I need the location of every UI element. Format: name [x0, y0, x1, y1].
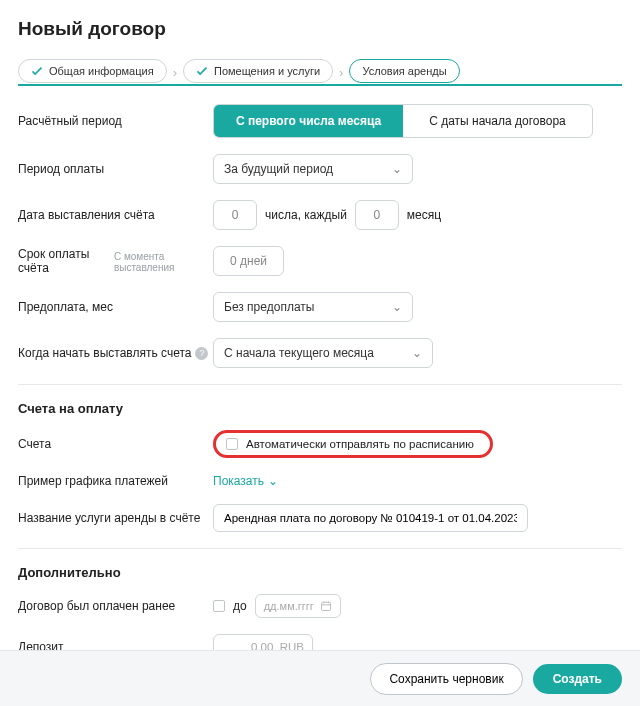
calc-period-segment: С первого числа месяца С даты начала дог… [213, 104, 593, 138]
chevron-down-icon: ⌄ [268, 474, 278, 488]
invoice-month-input[interactable] [355, 200, 399, 230]
chevron-down-icon: ⌄ [392, 300, 402, 314]
tab-label: Помещения и услуги [214, 65, 320, 77]
tab-label: Условия аренды [362, 65, 446, 77]
label-invoices: Счета [18, 437, 213, 451]
auto-send-checkbox[interactable] [226, 438, 238, 450]
save-draft-button[interactable]: Сохранить черновик [370, 663, 522, 695]
label-deposit: Депозит [18, 634, 213, 650]
divider [18, 548, 622, 549]
page-title: Новый договор [18, 18, 622, 40]
due-days-button[interactable]: 0 дней [213, 246, 284, 276]
footer-bar: Сохранить черновик Создать [0, 650, 640, 706]
tab-rooms[interactable]: Помещения и услуги [183, 59, 333, 83]
paid-before-checkbox[interactable] [213, 600, 225, 612]
check-icon [31, 65, 43, 77]
chevron-right-icon: › [173, 65, 177, 80]
label-due: Срок оплаты счёта С момента выставления [18, 247, 213, 275]
section-invoices: Счета на оплату [18, 401, 622, 416]
auto-send-highlight: Автоматически отправлять по расписанию [213, 430, 493, 458]
show-schedule-link[interactable]: Показать ⌄ [213, 474, 278, 488]
svg-rect-0 [321, 602, 330, 610]
divider [18, 384, 622, 385]
check-icon [196, 65, 208, 77]
label-service-name: Название услуги аренды в счёте [18, 511, 213, 525]
calendar-icon [320, 600, 332, 612]
tab-general[interactable]: Общая информация [18, 59, 167, 83]
create-button[interactable]: Создать [533, 664, 622, 694]
paid-before-date-input[interactable]: дд.мм.гггг [255, 594, 341, 618]
service-name-input[interactable] [213, 504, 528, 532]
step-tabs: Общая информация › Помещения и услуги › … [18, 60, 622, 86]
chevron-right-icon: › [339, 65, 343, 80]
auto-send-label: Автоматически отправлять по расписанию [246, 438, 474, 450]
chevron-down-icon: ⌄ [412, 346, 422, 360]
chevron-down-icon: ⌄ [392, 162, 402, 176]
section-extra: Дополнительно [18, 565, 622, 580]
segment-first-of-month[interactable]: С первого числа месяца [214, 105, 403, 137]
tab-terms[interactable]: Условия аренды [349, 59, 459, 83]
label-paid-before: Договор был оплачен ранее [18, 599, 213, 613]
help-icon[interactable]: ? [195, 347, 208, 360]
deposit-input[interactable] [213, 634, 313, 650]
prepay-select[interactable]: Без предоплаты ⌄ [213, 292, 413, 322]
label-prepay: Предоплата, мес [18, 300, 213, 314]
pay-period-select[interactable]: За будущий период ⌄ [213, 154, 413, 184]
label-invoice-date: Дата выставления счёта [18, 208, 213, 222]
label-start-invoice: Когда начать выставлять счета ? [18, 346, 213, 360]
label-pay-period: Период оплаты [18, 162, 213, 176]
label-calc-period: Расчётный период [18, 114, 213, 128]
invoice-day-input[interactable] [213, 200, 257, 230]
tab-label: Общая информация [49, 65, 154, 77]
start-invoice-select[interactable]: С начала текущего месяца ⌄ [213, 338, 433, 368]
label-schedule: Пример графика платежей [18, 474, 213, 488]
segment-from-start-date[interactable]: С даты начала договора [403, 105, 592, 137]
